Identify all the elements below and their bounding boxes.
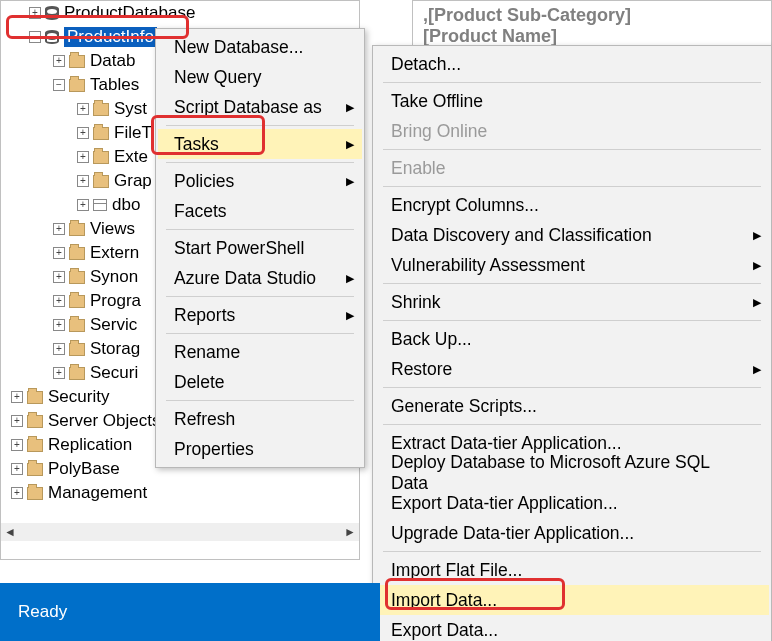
code-line: ,[Product Sub-Category] bbox=[423, 5, 761, 26]
expand-icon[interactable]: + bbox=[11, 391, 23, 403]
menu-detach[interactable]: Detach... bbox=[375, 49, 769, 79]
menu-enable: Enable bbox=[375, 153, 769, 183]
folder-icon bbox=[69, 55, 85, 68]
menu-take-offline[interactable]: Take Offline bbox=[375, 86, 769, 116]
menu-shrink[interactable]: Shrink▶ bbox=[375, 287, 769, 317]
expand-icon[interactable]: + bbox=[11, 415, 23, 427]
menu-restore[interactable]: Restore▶ bbox=[375, 354, 769, 384]
expand-icon[interactable]: + bbox=[53, 247, 65, 259]
menu-export-data-tier[interactable]: Export Data-tier Application... bbox=[375, 488, 769, 518]
menu-import-flat-file[interactable]: Import Flat File... bbox=[375, 555, 769, 585]
folder-icon bbox=[27, 391, 43, 404]
menu-delete[interactable]: Delete bbox=[158, 367, 362, 397]
tasks-submenu[interactable]: Detach... Take Offline Bring Online Enab… bbox=[372, 45, 772, 641]
expand-icon[interactable]: + bbox=[53, 223, 65, 235]
expand-icon[interactable]: + bbox=[53, 271, 65, 283]
folder-icon bbox=[27, 463, 43, 476]
expand-icon[interactable]: + bbox=[29, 7, 41, 19]
menu-encrypt-columns[interactable]: Encrypt Columns... bbox=[375, 190, 769, 220]
menu-separator bbox=[383, 149, 761, 150]
menu-separator bbox=[383, 320, 761, 321]
menu-generate-scripts[interactable]: Generate Scripts... bbox=[375, 391, 769, 421]
database-icon bbox=[45, 30, 59, 44]
code-line: [Product Name] bbox=[423, 26, 761, 47]
menu-rename[interactable]: Rename bbox=[158, 337, 362, 367]
menu-refresh[interactable]: Refresh bbox=[158, 404, 362, 434]
menu-separator bbox=[166, 125, 354, 126]
collapse-icon[interactable]: − bbox=[53, 79, 65, 91]
scroll-track[interactable] bbox=[19, 523, 341, 541]
menu-reports[interactable]: Reports▶ bbox=[158, 300, 362, 330]
submenu-arrow-icon: ▶ bbox=[753, 363, 761, 376]
horizontal-scrollbar[interactable]: ◄ ► bbox=[1, 523, 359, 541]
expand-icon[interactable]: + bbox=[53, 55, 65, 67]
menu-policies[interactable]: Policies▶ bbox=[158, 166, 362, 196]
menu-separator bbox=[383, 186, 761, 187]
expand-icon[interactable]: + bbox=[77, 127, 89, 139]
expand-icon[interactable]: + bbox=[77, 175, 89, 187]
expand-icon[interactable]: + bbox=[77, 103, 89, 115]
menu-new-database[interactable]: New Database... bbox=[158, 32, 362, 62]
collapse-icon[interactable]: − bbox=[29, 31, 41, 43]
expand-icon[interactable]: + bbox=[53, 367, 65, 379]
expand-icon[interactable]: + bbox=[11, 439, 23, 451]
expand-icon[interactable]: + bbox=[11, 463, 23, 475]
folder-icon bbox=[69, 319, 85, 332]
menu-facets[interactable]: Facets bbox=[158, 196, 362, 226]
folder-icon bbox=[69, 295, 85, 308]
expand-icon[interactable]: + bbox=[77, 199, 89, 211]
folder-icon bbox=[93, 127, 109, 140]
menu-properties[interactable]: Properties bbox=[158, 434, 362, 464]
tree-node-productdatabase[interactable]: +ProductDatabase bbox=[1, 1, 359, 25]
menu-data-discovery-classification[interactable]: Data Discovery and Classification▶ bbox=[375, 220, 769, 250]
submenu-arrow-icon: ▶ bbox=[753, 229, 761, 242]
expand-icon[interactable]: + bbox=[11, 487, 23, 499]
expand-icon[interactable]: + bbox=[77, 151, 89, 163]
menu-vulnerability-assessment[interactable]: Vulnerability Assessment▶ bbox=[375, 250, 769, 280]
status-bar: Ready bbox=[0, 583, 380, 641]
submenu-arrow-icon: ▶ bbox=[346, 272, 354, 285]
menu-deploy-to-azure[interactable]: Deploy Database to Microsoft Azure SQL D… bbox=[375, 458, 769, 488]
menu-start-powershell[interactable]: Start PowerShell bbox=[158, 233, 362, 263]
menu-new-query[interactable]: New Query bbox=[158, 62, 362, 92]
folder-icon bbox=[27, 439, 43, 452]
menu-script-database-as[interactable]: Script Database as▶ bbox=[158, 92, 362, 122]
folder-icon bbox=[69, 367, 85, 380]
submenu-arrow-icon: ▶ bbox=[753, 259, 761, 272]
scroll-left-icon[interactable]: ◄ bbox=[1, 523, 19, 541]
menu-separator bbox=[383, 387, 761, 388]
expand-icon[interactable]: + bbox=[53, 319, 65, 331]
folder-icon bbox=[69, 247, 85, 260]
menu-tasks[interactable]: Tasks▶ bbox=[158, 129, 362, 159]
submenu-arrow-icon: ▶ bbox=[346, 309, 354, 322]
menu-separator bbox=[383, 283, 761, 284]
expand-icon[interactable]: + bbox=[53, 343, 65, 355]
folder-icon bbox=[93, 103, 109, 116]
menu-export-data[interactable]: Export Data... bbox=[375, 615, 769, 641]
menu-separator bbox=[166, 162, 354, 163]
folder-icon bbox=[69, 343, 85, 356]
submenu-arrow-icon: ▶ bbox=[346, 175, 354, 188]
menu-upgrade-data-tier[interactable]: Upgrade Data-tier Application... bbox=[375, 518, 769, 548]
submenu-arrow-icon: ▶ bbox=[753, 296, 761, 309]
folder-icon bbox=[93, 151, 109, 164]
expand-icon[interactable]: + bbox=[53, 295, 65, 307]
database-icon bbox=[45, 6, 59, 20]
scroll-right-icon[interactable]: ► bbox=[341, 523, 359, 541]
menu-back-up[interactable]: Back Up... bbox=[375, 324, 769, 354]
menu-separator bbox=[166, 333, 354, 334]
table-icon bbox=[93, 199, 107, 211]
folder-icon bbox=[93, 175, 109, 188]
menu-bring-online: Bring Online bbox=[375, 116, 769, 146]
menu-separator bbox=[166, 296, 354, 297]
tree-node-management[interactable]: +Management bbox=[1, 481, 359, 505]
submenu-arrow-icon: ▶ bbox=[346, 101, 354, 114]
folder-icon bbox=[69, 271, 85, 284]
menu-separator bbox=[383, 551, 761, 552]
menu-separator bbox=[383, 424, 761, 425]
context-menu[interactable]: New Database... New Query Script Databas… bbox=[155, 28, 365, 468]
menu-azure-data-studio[interactable]: Azure Data Studio▶ bbox=[158, 263, 362, 293]
folder-icon bbox=[69, 223, 85, 236]
menu-import-data[interactable]: Import Data... bbox=[375, 585, 769, 615]
submenu-arrow-icon: ▶ bbox=[346, 138, 354, 151]
